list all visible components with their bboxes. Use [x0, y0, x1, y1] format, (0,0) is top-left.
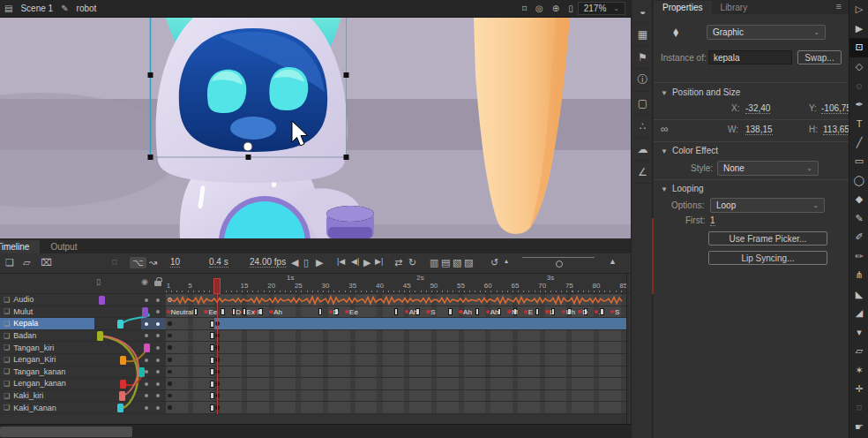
parenting-tag[interactable] [97, 331, 103, 341]
slider-thumb[interactable] [556, 261, 563, 268]
lasso-tool[interactable]: ◌ [849, 76, 868, 95]
layer-row-kepala[interactable]: ❏Kepala [0, 318, 631, 330]
transform-panel-icon[interactable]: ▢ [632, 92, 654, 115]
mouth-keyframe[interactable] [345, 310, 349, 314]
collapse-triangle-icon[interactable]: ▼ [661, 147, 668, 155]
end-frame-marker[interactable] [210, 368, 214, 375]
layer-row-badan[interactable]: ❏Badan [0, 330, 631, 343]
layer-frames[interactable] [166, 342, 626, 353]
keyframe[interactable] [168, 394, 172, 398]
selection-tool[interactable]: ▷ [849, 0, 868, 19]
scene-breadcrumb[interactable]: Scene 1 [17, 4, 56, 13]
rectangle-tool[interactable]: ▭ [849, 152, 868, 171]
visibility-dot[interactable] [145, 370, 148, 374]
h-value[interactable]: 113,65 [823, 125, 849, 135]
brush-library-icon[interactable]: ∴ [632, 115, 654, 138]
clip-bounds-icon[interactable]: ▯ [564, 4, 578, 13]
onion-skin-outline-icon[interactable]: ▤ [441, 257, 450, 268]
camera-tool[interactable]: ⌑ [849, 399, 868, 419]
selected-frame-span[interactable] [214, 318, 626, 329]
layer-row-kaki_kanan[interactable]: ❏Kaki_Kanan [0, 402, 631, 414]
step-forward-icon[interactable]: ▶ [316, 257, 323, 268]
layer-name[interactable]: ❏Lengan_kanan [0, 378, 94, 389]
mouth-keyframe[interactable] [545, 310, 550, 314]
layer-frames[interactable] [166, 294, 626, 306]
visibility-dot[interactable] [145, 334, 148, 337]
paint-bucket-tool[interactable]: ◣ [849, 285, 868, 305]
layer-frames[interactable] [166, 378, 626, 389]
end-frame-marker[interactable] [210, 344, 214, 351]
end-frame-marker[interactable] [210, 332, 214, 339]
parenting-tag[interactable] [120, 380, 126, 389]
puppet-pin-tool[interactable]: ✛ [849, 380, 868, 399]
loop-options-select[interactable]: Loop ⌄ [710, 198, 825, 213]
onion-skin-icon[interactable]: ▥ [430, 257, 438, 268]
paint-brush-tool[interactable]: ✐ [849, 228, 868, 247]
reset-timeline-zoom-icon[interactable]: ↺ [490, 257, 498, 268]
lock-dot[interactable] [156, 346, 160, 350]
keyframe[interactable] [168, 370, 172, 374]
parenting-view-icon[interactable]: ⌥ [130, 257, 146, 268]
mouth-keyframe[interactable] [524, 310, 528, 314]
parenting-tag[interactable] [117, 320, 123, 329]
layer-name[interactable]: ❏Kepala [0, 318, 94, 329]
parenting-tag[interactable] [117, 404, 123, 413]
lock-dot[interactable] [156, 334, 160, 337]
keyframe[interactable] [168, 321, 172, 326]
subselection-tool[interactable]: ▶ [849, 19, 868, 39]
mouth-keyframe[interactable] [269, 310, 273, 314]
elapsed-time-value[interactable]: 0.4 s [209, 257, 228, 268]
zoom-in-frames-icon[interactable]: ▲ [609, 257, 617, 266]
lock-dot[interactable] [156, 322, 160, 326]
end-frame-marker[interactable] [475, 308, 480, 315]
graph-view-icon[interactable]: ↝ [149, 257, 157, 268]
use-frame-picker-button[interactable]: Use Frame Picker... [708, 231, 827, 245]
pen-tool[interactable]: ✒ [849, 95, 868, 115]
eye-column-icon[interactable]: ◉ [141, 277, 148, 286]
eraser-tool[interactable]: ▱ [849, 342, 868, 361]
frame-rate-value[interactable]: 24.00 fps [250, 257, 286, 268]
edit-multiple-frames-icon[interactable]: ▧ [453, 257, 461, 268]
align-panel-icon[interactable]: ⚑ [632, 46, 654, 69]
lock-dot[interactable] [156, 370, 160, 374]
layer-frames[interactable] [166, 318, 626, 329]
x-value[interactable]: -32,40 [745, 103, 770, 114]
visibility-dot[interactable] [145, 394, 148, 397]
transform-point[interactable] [243, 142, 252, 151]
mouth-keyframe[interactable] [426, 310, 430, 314]
pencil-tool[interactable]: ✎ [849, 209, 868, 229]
mouth-keyframe[interactable] [562, 310, 566, 314]
zoom-level-select[interactable]: 217% ⌄ [578, 2, 625, 15]
text-tool[interactable]: T [849, 114, 868, 133]
swap-button[interactable]: Swap... [797, 50, 842, 64]
layer-row-tangan_kiri[interactable]: ❏Tangan_kiri [0, 342, 631, 354]
visibility-dot[interactable] [145, 382, 148, 386]
lock-dot[interactable] [156, 406, 160, 410]
mouth-keyframe[interactable] [167, 310, 171, 314]
layer-row-tangan_kanan[interactable]: ❏Tangan_kanan [0, 366, 631, 379]
layer-name[interactable]: ❏Mulut [0, 306, 94, 318]
layer-name[interactable]: ❏Kaki_kiri [0, 390, 94, 402]
keyframe[interactable] [168, 358, 172, 362]
line-tool[interactable]: ╱ [849, 133, 868, 153]
end-frame-marker[interactable] [221, 308, 225, 315]
end-frame-marker[interactable] [194, 308, 198, 315]
oval-tool[interactable]: ◯ [849, 171, 868, 191]
center-frame-icon[interactable]: ⇄ [394, 257, 402, 268]
lock-column-icon[interactable] [154, 281, 161, 286]
mouth-keyframe[interactable] [459, 310, 463, 314]
lock-dot[interactable] [156, 394, 160, 397]
loop-playback-icon[interactable]: ↻ [408, 257, 416, 268]
free-transform-tool[interactable]: ⊡ [849, 38, 868, 57]
camera-layer-icon[interactable]: ⌑ [112, 257, 117, 268]
step-back-icon[interactable]: ◀ [291, 257, 298, 268]
onion-range-icon[interactable]: ▨ [464, 257, 473, 268]
end-frame-marker[interactable] [210, 404, 214, 412]
mouth-keyframe[interactable] [405, 310, 409, 314]
lock-dot[interactable] [156, 310, 160, 313]
center-stage-icon[interactable]: ⊕ [548, 4, 564, 13]
timeline-h-scrollbar[interactable] [0, 424, 631, 438]
lip-syncing-button[interactable]: Lip Syncing... [708, 251, 827, 265]
layer-row-audio[interactable]: ❏Audio [0, 294, 631, 306]
collapse-triangle-icon[interactable]: ▼ [661, 185, 668, 193]
